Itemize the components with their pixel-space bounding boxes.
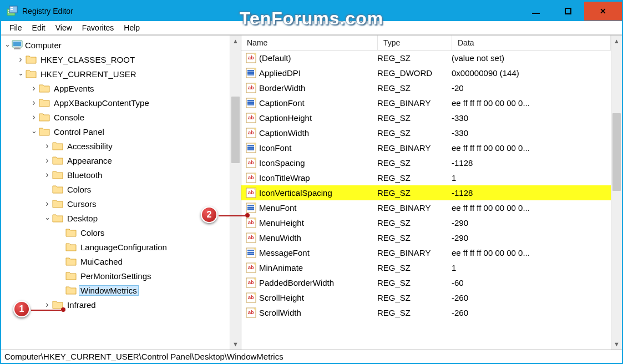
value-type: REG_SZ bbox=[377, 158, 452, 168]
svg-text:ab: ab bbox=[248, 265, 254, 270]
close-button[interactable]: ✕ bbox=[584, 2, 622, 21]
tree-item[interactable]: Bluetooth bbox=[1, 168, 230, 182]
scroll-down-icon[interactable]: ▼ bbox=[611, 338, 622, 350]
expander-icon[interactable] bbox=[43, 141, 51, 151]
tree-item[interactable]: Console bbox=[1, 110, 230, 124]
value-name: (Default) bbox=[259, 53, 377, 63]
minimize-button[interactable] bbox=[520, 2, 552, 21]
string-value-icon: ab bbox=[246, 277, 256, 288]
titlebar[interactable]: Registry Editor ✕ bbox=[1, 1, 622, 21]
tree-item[interactable]: Computer bbox=[1, 38, 230, 52]
list-scrollbar[interactable]: ▲ ▼ bbox=[611, 36, 622, 350]
list-view[interactable]: Name Type Data ab(Default)REG_SZ(value n… bbox=[241, 36, 611, 350]
expander-icon[interactable] bbox=[30, 83, 38, 93]
list-item[interactable]: MenuFontREG_BINARYee ff ff ff 00 00 00 0… bbox=[241, 200, 611, 215]
list-item[interactable]: AppliedDPIREG_DWORD0x00000090 (144) bbox=[241, 65, 611, 80]
expander-icon[interactable] bbox=[30, 112, 38, 122]
menu-view[interactable]: View bbox=[50, 22, 77, 33]
tree-item[interactable]: Accessibility bbox=[1, 139, 230, 153]
tree-item-label: Appearance bbox=[65, 155, 114, 166]
tree-item[interactable]: AppEvents bbox=[1, 81, 230, 95]
expander-icon[interactable] bbox=[30, 128, 38, 136]
value-name: ScrollWidth bbox=[259, 308, 377, 317]
expander-icon[interactable] bbox=[43, 300, 51, 310]
expander-icon[interactable] bbox=[43, 155, 51, 165]
tree-item[interactable]: PerMonitorSettings bbox=[1, 269, 230, 283]
list-item[interactable]: MessageFontREG_BINARYee ff ff ff 00 00 0… bbox=[241, 245, 611, 260]
tree-item[interactable]: Colors bbox=[1, 225, 230, 240]
value-name: AppliedDPI bbox=[259, 68, 377, 78]
tree-item-label: HKEY_CLASSES_ROOT bbox=[39, 54, 136, 65]
svg-text:ab: ab bbox=[248, 280, 254, 285]
svg-rect-15 bbox=[247, 74, 254, 75]
svg-rect-27 bbox=[247, 145, 254, 146]
annotation-line-1 bbox=[31, 310, 61, 311]
tree-item-label: AppEvents bbox=[52, 83, 96, 94]
list-item[interactable]: abIconVerticalSpacingREG_SZ-1128 bbox=[241, 185, 611, 200]
tree-view[interactable]: ComputerHKEY_CLASSES_ROOTHKEY_CURRENT_US… bbox=[1, 36, 230, 350]
list-item[interactable]: abBorderWidthREG_SZ-20 bbox=[241, 80, 611, 95]
scroll-down-icon[interactable]: ▼ bbox=[230, 338, 241, 350]
string-value-icon: ab bbox=[246, 173, 256, 183]
menu-help[interactable]: Help bbox=[119, 22, 145, 33]
list-item[interactable]: abMinAnimateREG_SZ1 bbox=[241, 260, 611, 275]
menu-file[interactable]: File bbox=[4, 22, 27, 33]
maximize-button[interactable] bbox=[552, 2, 584, 21]
tree-item[interactable]: Appearance bbox=[1, 153, 230, 168]
list-item[interactable]: CaptionFontREG_BINARYee ff ff ff 00 00 0… bbox=[241, 95, 611, 110]
svg-text:ab: ab bbox=[248, 310, 254, 315]
value-type: REG_BINARY bbox=[377, 98, 452, 108]
svg-rect-37 bbox=[247, 205, 254, 206]
expander-icon[interactable] bbox=[43, 199, 51, 209]
expander-icon[interactable] bbox=[17, 54, 24, 64]
scroll-thumb[interactable] bbox=[231, 97, 240, 163]
expander-icon[interactable] bbox=[30, 98, 38, 108]
string-value-icon: ab bbox=[246, 53, 256, 63]
expander-icon[interactable] bbox=[17, 70, 24, 78]
tree-item[interactable]: Control Panel bbox=[1, 124, 230, 139]
expander-icon[interactable] bbox=[43, 214, 51, 223]
binary-value-icon bbox=[246, 247, 256, 258]
svg-rect-8 bbox=[15, 47, 19, 48]
tree-item[interactable]: HKEY_CURRENT_USER bbox=[1, 67, 230, 81]
tree-item[interactable]: Colors bbox=[1, 182, 230, 196]
svg-rect-38 bbox=[247, 207, 254, 209]
list-item[interactable]: abIconSpacingREG_SZ-1128 bbox=[241, 155, 611, 170]
column-type[interactable]: Type bbox=[378, 36, 452, 50]
value-data: -330 bbox=[452, 113, 611, 123]
tree-item[interactable]: LanguageConfiguration bbox=[1, 240, 230, 254]
column-data[interactable]: Data bbox=[452, 36, 611, 50]
list-item[interactable]: abMenuHeightREG_SZ-290 bbox=[241, 215, 611, 230]
list-item[interactable]: abCaptionHeightREG_SZ-330 bbox=[241, 110, 611, 125]
tree-item[interactable]: AppXBackupContentType bbox=[1, 95, 230, 110]
svg-rect-29 bbox=[247, 149, 254, 150]
binary-value-icon bbox=[246, 143, 256, 153]
menu-favorites[interactable]: Favorites bbox=[77, 22, 119, 33]
list-item[interactable]: IconFontREG_BINARYee ff ff ff 00 00 00 0… bbox=[241, 140, 611, 155]
list-item[interactable]: abScrollHeightREG_SZ-260 bbox=[241, 290, 611, 305]
list-item[interactable]: abIconTitleWrapREG_SZ1 bbox=[241, 170, 611, 185]
tree-item-label: AppXBackupContentType bbox=[52, 98, 151, 108]
annotation-badge-2: 2 bbox=[201, 206, 217, 223]
list-item[interactable]: ab(Default)REG_SZ(value not set) bbox=[241, 50, 611, 65]
tree-item[interactable]: HKEY_CLASSES_ROOT bbox=[1, 52, 230, 67]
scroll-thumb[interactable] bbox=[612, 113, 621, 191]
menu-edit[interactable]: Edit bbox=[27, 22, 50, 33]
list-item[interactable]: abMenuWidthREG_SZ-290 bbox=[241, 230, 611, 245]
scroll-up-icon[interactable]: ▲ bbox=[230, 36, 241, 47]
value-type: REG_SZ bbox=[377, 53, 452, 63]
tree-item[interactable]: MuiCached bbox=[1, 254, 230, 269]
tree-item-label: Control Panel bbox=[52, 127, 106, 137]
list-item[interactable]: abScrollWidthREG_SZ-260 bbox=[241, 305, 611, 320]
expander-icon[interactable] bbox=[3, 41, 11, 49]
column-name[interactable]: Name bbox=[241, 36, 378, 50]
list-item[interactable]: abPaddedBorderWidthREG_SZ-60 bbox=[241, 275, 611, 290]
tree-item[interactable]: Cursors bbox=[1, 196, 230, 211]
list-item[interactable]: abCaptionWidthREG_SZ-330 bbox=[241, 125, 611, 140]
tree-item[interactable]: Desktop bbox=[1, 211, 230, 225]
scroll-up-icon[interactable]: ▲ bbox=[611, 36, 622, 47]
tree-item[interactable]: WindowMetrics bbox=[1, 283, 230, 297]
binary-value-icon bbox=[246, 203, 256, 213]
expander-icon[interactable] bbox=[43, 170, 51, 180]
tree-scrollbar[interactable]: ▲ ▼ bbox=[230, 36, 241, 350]
